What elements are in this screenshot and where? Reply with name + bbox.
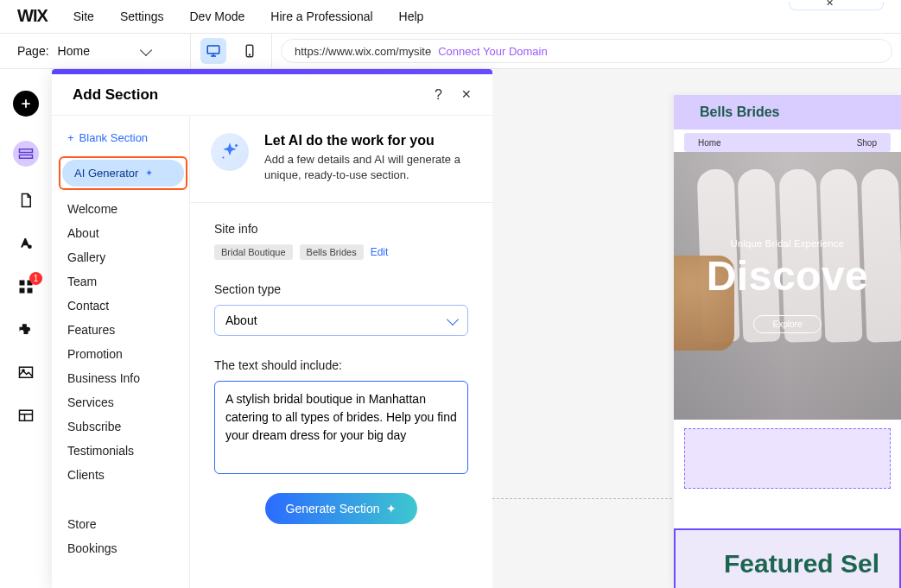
- panel-close-button[interactable]: ✕: [461, 87, 472, 103]
- design-icon: [17, 236, 35, 251]
- preview-cta-button[interactable]: Explore: [753, 315, 822, 333]
- left-rail: 1: [0, 69, 52, 588]
- menu-site[interactable]: Site: [73, 9, 94, 23]
- top-right-pill: [789, 2, 884, 10]
- page-selector[interactable]: Page: Home: [0, 44, 190, 58]
- svg-rect-8: [20, 288, 25, 294]
- mobile-device-button[interactable]: [237, 38, 263, 64]
- page-icon: [18, 192, 34, 209]
- plus-small-icon: +: [67, 131, 74, 144]
- layout-button[interactable]: [16, 407, 35, 426]
- add-elements-button[interactable]: [13, 91, 39, 117]
- wix-logo: WIX: [17, 6, 48, 26]
- svg-rect-12: [20, 410, 33, 420]
- media-button[interactable]: [16, 364, 35, 383]
- device-switcher: [190, 33, 272, 69]
- svg-rect-0: [207, 46, 219, 54]
- cat-services[interactable]: Services: [67, 390, 184, 414]
- preview-subtitle: Unique Bridal Experience: [731, 238, 844, 249]
- svg-point-13: [235, 144, 238, 147]
- blank-section-label: Blank Section: [79, 131, 149, 144]
- url-bar[interactable]: https://www.wix.com/mysite Connect Your …: [281, 39, 892, 63]
- menu-settings[interactable]: Settings: [120, 9, 164, 23]
- top-right-x-icon[interactable]: ✕: [826, 0, 834, 9]
- ai-sparkle-icon: [211, 133, 249, 171]
- section-icon: [18, 148, 34, 160]
- apps-button[interactable]: 1: [16, 277, 35, 296]
- image-icon: [17, 365, 35, 381]
- blank-section-button[interactable]: + Blank Section: [67, 131, 184, 144]
- menu-hire[interactable]: Hire a Professional: [270, 9, 372, 23]
- ai-form: Site info Bridal Boutique Bells Brides E…: [190, 203, 492, 543]
- cat-about[interactable]: About: [67, 221, 184, 245]
- site-preview[interactable]: Bells Brides Home Shop Unique Bridal Exp…: [674, 95, 901, 588]
- cat-welcome[interactable]: Welcome: [67, 197, 184, 221]
- apps-badge: 1: [29, 272, 42, 285]
- ai-generator-tab[interactable]: AI Generator ✦: [62, 160, 184, 187]
- preview-nav: Home Shop: [684, 133, 891, 152]
- layout-icon: [17, 408, 35, 424]
- connect-domain-link[interactable]: Connect Your Domain: [438, 45, 547, 58]
- pages-button[interactable]: [16, 191, 35, 210]
- mobile-icon: [242, 43, 257, 59]
- preview-featured-section[interactable]: Featured Sel: [674, 525, 901, 588]
- extensions-button[interactable]: [16, 320, 35, 339]
- section-type-dropdown[interactable]: About: [214, 305, 468, 336]
- desktop-device-button[interactable]: [200, 38, 226, 64]
- cat-subscribe[interactable]: Subscribe: [67, 414, 184, 439]
- add-section-panel: Add Section ? ✕ + Blank Section AI Gener…: [52, 69, 492, 588]
- cat-promotion[interactable]: Promotion: [67, 342, 184, 366]
- section-category-list: Welcome About Gallery Team Contact Featu…: [67, 197, 184, 560]
- generate-label: Generate Section: [286, 502, 380, 515]
- cat-gallery[interactable]: Gallery: [67, 245, 184, 269]
- plus-icon: [20, 98, 32, 110]
- edit-site-info-link[interactable]: Edit: [371, 246, 389, 258]
- svg-point-2: [249, 54, 250, 55]
- menu-devmode[interactable]: Dev Mode: [190, 9, 245, 23]
- text-include-label: The text should include:: [214, 358, 468, 372]
- preview-nav-shop[interactable]: Shop: [857, 138, 877, 148]
- cat-team[interactable]: Team: [67, 269, 184, 294]
- preview-featured-title: Featured Sel: [724, 549, 899, 579]
- cat-bookings[interactable]: Bookings: [67, 536, 184, 560]
- site-info-label: Site info: [214, 222, 468, 236]
- panel-help-button[interactable]: ?: [435, 87, 442, 103]
- cat-clients[interactable]: Clients: [67, 463, 184, 487]
- ai-generator-label: AI Generator: [74, 167, 138, 180]
- svg-point-5: [28, 245, 32, 250]
- cat-features[interactable]: Features: [67, 318, 184, 342]
- preview-brand-bar: Bells Brides: [674, 95, 901, 130]
- preview-nav-home[interactable]: Home: [698, 138, 721, 148]
- chip-bells-brides: Bells Brides: [300, 244, 364, 260]
- section-text-input[interactable]: [214, 381, 468, 474]
- preview-insert-slot[interactable]: [684, 428, 891, 489]
- svg-point-14: [222, 156, 224, 158]
- generate-section-button[interactable]: Generate Section ✦: [265, 493, 418, 524]
- ai-generator-highlight: AI Generator ✦: [59, 156, 187, 190]
- chip-bridal-boutique: Bridal Boutique: [214, 244, 293, 260]
- add-section-button[interactable]: [13, 141, 39, 167]
- preview-brand-text: Bells Brides: [700, 104, 779, 120]
- sparkle-icon: ✦: [145, 168, 153, 179]
- site-info-chips: Bridal Boutique Bells Brides Edit: [214, 244, 468, 260]
- panel-right-content: Let AI do the work for you Add a few det…: [190, 116, 492, 588]
- desktop-icon: [206, 43, 221, 59]
- menu-help[interactable]: Help: [399, 9, 424, 23]
- page-bar: Page: Home https://www.wix.com/mysite Co…: [0, 33, 901, 69]
- sparkle-icon: ✦: [386, 502, 397, 515]
- design-button[interactable]: [16, 234, 35, 253]
- chevron-down-icon: [140, 43, 152, 55]
- chevron-down-icon: [447, 313, 459, 326]
- svg-rect-6: [20, 281, 25, 286]
- panel-title: Add Section: [73, 86, 158, 104]
- svg-rect-3: [20, 149, 33, 153]
- cat-business-info[interactable]: Business Info: [67, 366, 184, 390]
- puzzle-icon: [17, 321, 35, 338]
- cat-testimonials[interactable]: Testimonials: [67, 439, 184, 463]
- ai-hero-desc: Add a few details and AI will generate a…: [264, 152, 463, 183]
- cat-contact[interactable]: Contact: [67, 294, 184, 318]
- svg-point-11: [22, 370, 24, 371]
- preview-hero: Unique Bridal Experience Discove Explore: [674, 152, 901, 420]
- panel-header: Add Section ? ✕: [52, 74, 492, 116]
- cat-store[interactable]: Store: [67, 512, 184, 536]
